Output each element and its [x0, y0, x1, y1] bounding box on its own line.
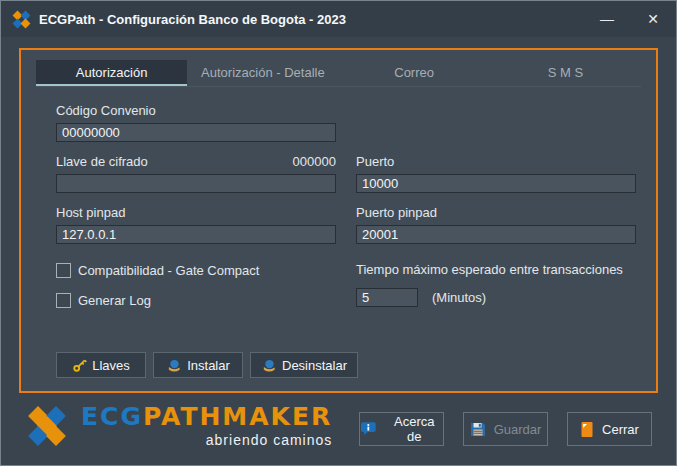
desinstalar-button[interactable]: Desinstalar: [250, 352, 358, 378]
compatibilidad-checkbox[interactable]: [56, 263, 71, 278]
brand-diamonds-icon: [29, 406, 73, 454]
tab-autorizacion-detalle[interactable]: Autorización - Detalle: [187, 60, 338, 86]
key-icon: [72, 358, 87, 373]
tiempo-maximo-unit: (Minutos): [432, 290, 486, 305]
llave-cifrado-counter: 000000: [293, 154, 336, 169]
info-icon: [360, 421, 378, 437]
generar-log-label: Generar Log: [78, 293, 151, 308]
config-panel: Autorización Autorización - Detalle Corr…: [19, 48, 658, 393]
app-window: ECGPath - Configuración Banco de Bogota …: [0, 0, 677, 466]
tab-autorizacion[interactable]: Autorización: [36, 60, 187, 86]
host-pinpad-label: Host pinpad: [56, 205, 336, 220]
puerto-pinpad-input[interactable]: [356, 225, 636, 244]
tab-sms[interactable]: S M S: [490, 60, 641, 86]
exit-door-icon: [580, 421, 594, 438]
puerto-label: Puerto: [356, 154, 636, 169]
window-title: ECGPath - Configuración Banco de Bogota …: [39, 12, 584, 27]
footer-actions: Acerca de Guardar Cerrar: [359, 412, 652, 446]
close-button[interactable]: ✕: [630, 1, 676, 37]
inner-actions: Llaves Instalar Desinstalar: [56, 352, 634, 391]
acerca-de-button[interactable]: Acerca de: [359, 412, 444, 446]
minimize-button[interactable]: —: [584, 1, 630, 37]
llave-cifrado-label: Llave de cifrado: [56, 154, 148, 169]
codigo-convenio-label: Código Convenio: [56, 103, 336, 118]
install-icon: [166, 358, 182, 373]
uninstall-icon: [261, 358, 277, 373]
llave-cifrado-input[interactable]: [56, 174, 336, 193]
tab-correo[interactable]: Correo: [339, 60, 490, 86]
llaves-button[interactable]: Llaves: [56, 352, 146, 378]
compatibilidad-label: Compatibilidad - Gate Compact: [78, 263, 259, 278]
cerrar-button[interactable]: Cerrar: [567, 412, 652, 446]
generar-log-checkbox[interactable]: [56, 293, 71, 308]
footer: ECGPATHMAKER abriendo caminos Acerca de: [1, 393, 676, 465]
brand-logo: ECGPATHMAKER abriendo caminos: [29, 404, 332, 454]
guardar-button[interactable]: Guardar: [463, 412, 548, 446]
tiempo-maximo-input[interactable]: [356, 288, 418, 307]
tabstrip: Autorización Autorización - Detalle Corr…: [36, 60, 641, 87]
brand-tagline: abriendo caminos: [81, 432, 332, 448]
form-area: Código Convenio Llave de cifrado 000000 …: [21, 87, 656, 391]
host-pinpad-input[interactable]: [56, 225, 336, 244]
puerto-pinpad-label: Puerto pinpad: [356, 205, 636, 220]
brand-wordmark: ECGPATHMAKER: [81, 404, 332, 430]
titlebar: ECGPath - Configuración Banco de Bogota …: [1, 1, 676, 37]
save-icon: [470, 421, 486, 437]
instalar-button[interactable]: Instalar: [153, 352, 243, 378]
codigo-convenio-input[interactable]: [56, 123, 336, 142]
tiempo-maximo-label: Tiempo máximo esperado entre transaccion…: [356, 262, 636, 277]
app-logo-icon: [13, 11, 30, 28]
puerto-input[interactable]: [356, 174, 636, 193]
